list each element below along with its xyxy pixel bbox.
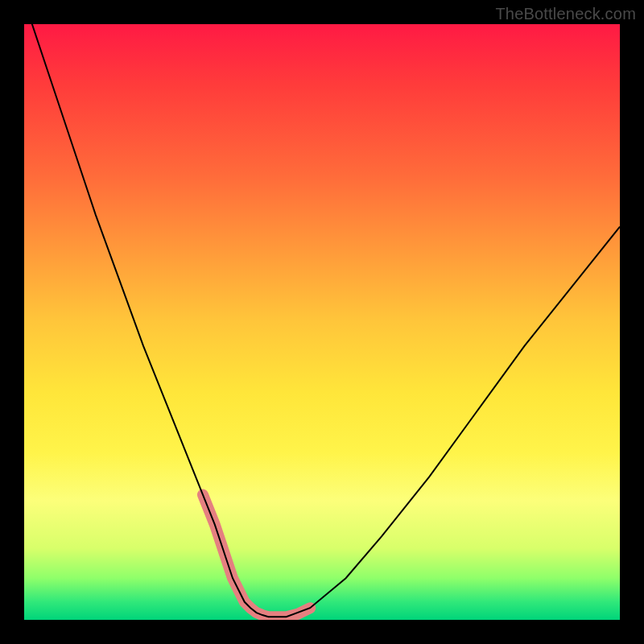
watermark-text: TheBottleneck.com xyxy=(495,5,636,23)
chart-container: TheBottleneck.com xyxy=(0,0,644,644)
bottleneck-curve xyxy=(24,24,620,617)
fit-highlight xyxy=(203,495,310,617)
plot-area xyxy=(24,24,620,620)
curve-svg xyxy=(24,24,620,620)
